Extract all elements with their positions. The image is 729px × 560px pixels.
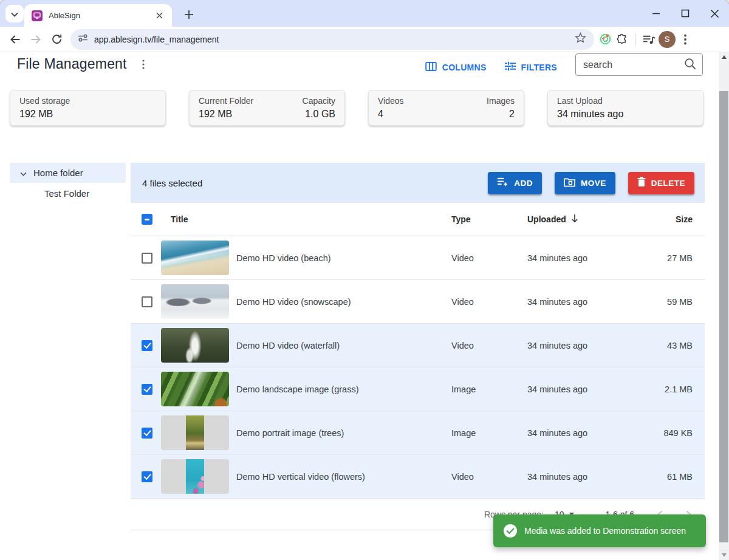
browser-menu-icon[interactable] (676, 30, 695, 49)
file-size: 849 KB (625, 428, 693, 438)
file-title: Demo HD video (snowscape) (236, 297, 351, 307)
table-row[interactable]: Demo HD video (snowscape) Video 34 minut… (131, 280, 705, 324)
sidebar-item-home-folder[interactable]: Home folder (10, 163, 126, 183)
column-header-size[interactable]: Size (625, 214, 693, 224)
file-type: Video (451, 472, 527, 482)
tab-strip: AbleSign (0, 0, 729, 27)
select-all-checkbox[interactable] (142, 214, 152, 225)
selection-toolbar: 4 files selected ADD (131, 163, 705, 203)
search-box[interactable] (575, 53, 703, 76)
chevron-down-icon (11, 9, 18, 19)
playlist-add-icon (497, 177, 508, 189)
file-size: 27 MB (625, 253, 693, 263)
search-icon[interactable] (683, 57, 697, 73)
row-checkbox[interactable] (142, 428, 152, 439)
delete-button[interactable]: DELETE (628, 172, 694, 194)
sort-desc-icon (570, 214, 579, 225)
scrollbar-thumb[interactable] (719, 91, 728, 542)
url-text[interactable]: app.ablesign.tv/file_management (94, 35, 574, 44)
file-type: Image (451, 384, 527, 394)
file-thumbnail (161, 459, 229, 494)
file-type: Video (451, 341, 527, 350)
reload-icon[interactable] (46, 29, 67, 50)
search-input[interactable] (583, 60, 683, 70)
new-tab-button[interactable] (180, 5, 198, 24)
file-uploaded: 34 minutes ago (527, 428, 625, 438)
close-window-icon[interactable] (710, 9, 719, 18)
extension-green-icon[interactable] (599, 33, 612, 46)
table-row[interactable]: Demo portrait image (trees) Image 34 min… (131, 411, 705, 455)
file-panel: 4 files selected ADD (131, 163, 705, 530)
toast-notification: Media was added to Demonstration screen (493, 514, 706, 547)
current-folder-card: Current Folder Capacity 192 MB 1.0 GB (189, 90, 345, 126)
tab-close-icon[interactable] (152, 9, 166, 22)
row-checkbox[interactable] (142, 340, 152, 351)
maximize-icon[interactable] (681, 9, 690, 18)
file-title: Demo HD video (beach) (236, 253, 331, 263)
column-header-title[interactable]: Title (161, 214, 451, 224)
row-checkbox[interactable] (142, 471, 152, 482)
columns-icon (425, 61, 437, 73)
table-row[interactable]: Demo HD vertical video (flowers) Video 3… (131, 455, 705, 499)
scroll-up-icon[interactable] (719, 52, 729, 62)
file-title: Demo portrait image (trees) (236, 428, 344, 438)
file-title: Demo HD vertical video (flowers) (236, 472, 365, 482)
extensions-puzzle-icon[interactable] (612, 30, 631, 49)
address-bar[interactable]: app.ablesign.tv/file_management (70, 29, 594, 50)
scroll-down-icon[interactable] (722, 553, 727, 557)
column-header-uploaded[interactable]: Uploaded (527, 214, 625, 225)
site-info-icon[interactable] (78, 33, 88, 45)
table-row[interactable]: Demo HD video (beach) Video 34 minutes a… (131, 236, 705, 280)
row-checkbox[interactable] (142, 384, 152, 395)
move-button[interactable]: MOVE (555, 172, 615, 194)
page-menu-icon[interactable] (137, 56, 150, 72)
file-uploaded: 34 minutes ago (527, 253, 625, 263)
page-scrollbar[interactable] (719, 52, 729, 560)
back-icon[interactable] (5, 29, 26, 50)
table-header: Title Type Uploaded Size (131, 203, 705, 236)
toast-message: Media was added to Demonstration screen (524, 526, 686, 536)
tab-search-button[interactable] (5, 5, 24, 22)
filters-button[interactable]: FILTERS (505, 56, 557, 73)
profile-avatar[interactable]: S (659, 31, 676, 48)
folder-move-icon (564, 177, 575, 189)
file-size: 61 MB (625, 472, 693, 482)
file-size: 2.1 MB (625, 384, 693, 394)
file-thumbnail (161, 372, 229, 406)
file-size: 43 MB (625, 341, 693, 350)
column-header-type[interactable]: Type (451, 214, 527, 224)
table-row[interactable]: Demo HD video (waterfall) Video 34 minut… (131, 324, 705, 367)
row-checkbox[interactable] (142, 253, 152, 264)
chevron-down-icon[interactable] (20, 168, 27, 178)
forward-icon[interactable] (26, 29, 46, 50)
browser-toolbar: app.ablesign.tv/file_management S (0, 27, 729, 52)
file-thumbnail (161, 284, 229, 319)
browser-tab[interactable]: AbleSign (24, 4, 172, 27)
add-button[interactable]: ADD (488, 172, 542, 194)
file-title: Demo HD video (waterfall) (236, 341, 340, 350)
file-uploaded: 34 minutes ago (527, 472, 625, 482)
minimize-icon[interactable] (652, 9, 660, 18)
bookmark-star-icon[interactable] (574, 32, 587, 47)
file-thumbnail (161, 415, 229, 450)
file-size: 59 MB (625, 297, 693, 307)
columns-button[interactable]: COLUMNS (425, 56, 487, 73)
check-circle-icon (504, 524, 517, 538)
table-row[interactable]: Demo landscape image (grass) Image 34 mi… (131, 367, 705, 411)
file-type: Video (451, 297, 527, 307)
filters-icon (505, 61, 516, 73)
media-controls-icon[interactable] (639, 30, 659, 49)
used-storage-card: Used storage 192 MB (10, 90, 166, 126)
page-title: File Management (17, 56, 127, 72)
browser-window: AbleSign (0, 0, 729, 560)
file-uploaded: 34 minutes ago (527, 297, 625, 307)
tab-title: AbleSign (49, 11, 146, 20)
stat-cards: Used storage 192 MB Current Folder Capac… (10, 90, 703, 126)
selection-count: 4 files selected (142, 178, 488, 188)
file-type: Image (451, 428, 527, 438)
file-uploaded: 34 minutes ago (527, 341, 625, 350)
last-upload-card: Last Upload 34 minutes ago (547, 90, 703, 126)
sidebar-item-test-folder[interactable]: Test Folder (10, 183, 126, 203)
row-checkbox[interactable] (142, 296, 152, 307)
page: File Management COLUMNS (0, 52, 729, 560)
